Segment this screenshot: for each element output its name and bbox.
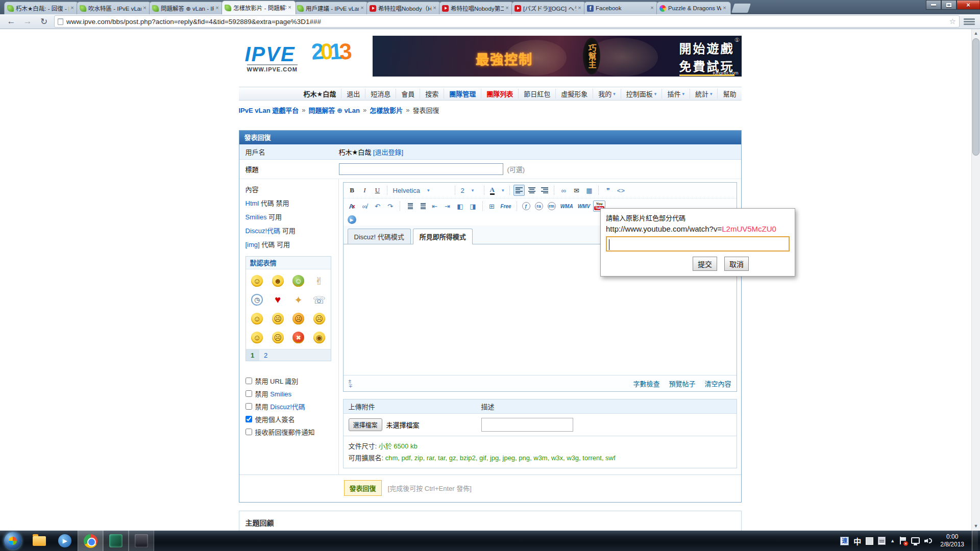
taskbar-media-player[interactable]: ▶ xyxy=(52,531,78,551)
play-icon[interactable]: ▶ xyxy=(348,215,356,224)
smiley-happy[interactable]: ☺ xyxy=(247,328,268,347)
speaker-icon[interactable] xyxy=(924,537,933,545)
smiley-clock[interactable]: ◷ xyxy=(247,290,268,309)
ordered-list-icon[interactable] xyxy=(404,201,415,212)
nav-mine[interactable]: 我的▾ xyxy=(593,89,621,98)
insert-image-icon[interactable]: ▦ xyxy=(583,185,595,196)
font-select[interactable]: Helvetica▾ xyxy=(391,187,451,194)
code-icon[interactable]: <> xyxy=(615,185,626,196)
nav-username[interactable]: 朽木★白哉 xyxy=(299,89,341,98)
image-right-icon[interactable]: ◨ xyxy=(468,201,479,212)
tab-close-icon[interactable]: × xyxy=(286,5,293,11)
tab-close-icon[interactable]: × xyxy=(431,5,438,12)
maximize-button[interactable] xyxy=(941,0,957,10)
redo-icon[interactable]: ↷ xyxy=(385,201,396,212)
reload-icon[interactable]: ↻ xyxy=(38,16,50,27)
smiley-smile[interactable]: ☺ xyxy=(247,271,268,290)
word-count-link[interactable]: 字數檢查 xyxy=(633,379,659,388)
nav-help[interactable]: 幫助 xyxy=(717,89,741,98)
nav-stats[interactable]: 統計▾ xyxy=(690,89,718,98)
align-right-button[interactable] xyxy=(539,185,550,196)
email-image-icon[interactable]: ✉ xyxy=(571,185,582,196)
smiley-handshake[interactable]: ✦ xyxy=(288,290,309,309)
address-bar[interactable]: www.ipve.com/bbs/post.php?action=reply&f… xyxy=(54,15,960,28)
smiley-kiss[interactable]: ♥ xyxy=(267,290,288,309)
tab-close-icon[interactable]: × xyxy=(69,5,76,12)
table-icon[interactable]: ⊞ xyxy=(486,201,498,212)
smilies-page-1[interactable]: 1 xyxy=(246,349,259,361)
new-tab-button[interactable] xyxy=(731,4,751,13)
scroll-up-icon[interactable]: ▲ xyxy=(972,29,980,38)
tab-close-icon[interactable]: × xyxy=(504,5,510,12)
nav-red-packet[interactable]: 節日紅包 xyxy=(518,89,555,98)
ipve-logo[interactable]: IPVE 2013 WWW.IPVE.COM xyxy=(239,36,373,77)
link-icon[interactable]: ∞ xyxy=(558,185,569,196)
nav-plugins[interactable]: 插件▾ xyxy=(662,89,690,98)
start-button[interactable] xyxy=(4,532,21,549)
tray-expand-icon[interactable]: ▲ xyxy=(890,538,895,543)
bullet-list-icon[interactable] xyxy=(416,201,428,212)
minimize-button[interactable] xyxy=(926,0,941,10)
show-desktop-button[interactable] xyxy=(972,531,978,551)
font-color-select[interactable]: A▾ xyxy=(488,186,506,195)
indent-icon[interactable]: ⇥ xyxy=(442,201,453,212)
remove-format-icon[interactable]: Ax xyxy=(347,201,358,212)
outdent-icon[interactable]: ⇤ xyxy=(429,201,440,212)
taskbar-game-2[interactable] xyxy=(129,531,154,551)
resize-handle[interactable]: ±∓ xyxy=(349,379,353,388)
taskbar-chrome[interactable] xyxy=(78,531,103,551)
taskbar-game-1[interactable] xyxy=(103,531,129,551)
smiley-shocked[interactable]: ◉ xyxy=(309,328,330,347)
smiley-despise[interactable]: ☹ xyxy=(288,309,309,328)
nav-messages[interactable]: 短消息 xyxy=(365,89,396,98)
wmv-icon[interactable]: WMV xyxy=(576,201,592,212)
free-text-icon[interactable]: Free xyxy=(499,201,513,212)
crumb-thread[interactable]: 怎樣放影片 xyxy=(370,105,403,115)
tab-youtube-3[interactable]: [パズドラ][OGC] ヘラ× xyxy=(511,2,586,14)
clear-content-link[interactable]: 清空內容 xyxy=(704,379,731,388)
undo-icon[interactable]: ↶ xyxy=(372,201,383,212)
checkbox-email-notify[interactable] xyxy=(246,429,252,435)
checkbox-disable-url[interactable] xyxy=(246,378,252,384)
ime-doc-icon[interactable] xyxy=(878,537,886,545)
crumb-forum[interactable]: 問題解答 ⊕ vLan xyxy=(308,105,359,115)
align-center-button[interactable] xyxy=(526,185,537,196)
nav-members[interactable]: 會員 xyxy=(396,89,420,98)
tab-close-icon[interactable]: × xyxy=(141,5,148,12)
subject-input[interactable] xyxy=(339,163,503,175)
close-button[interactable]: × xyxy=(957,0,980,10)
smiley-angry[interactable]: ☹ xyxy=(267,309,288,328)
vertical-scrollbar[interactable]: ▲ ▼ xyxy=(971,29,980,531)
tab-suggestions[interactable]: 用戶建議 - IPvE vLan 遊× xyxy=(294,2,369,14)
tab-reply[interactable]: 朽木★白哉: - 回復 - Pc× xyxy=(4,2,79,14)
popup-submit-button[interactable]: 提交 xyxy=(693,257,717,271)
tab-close-icon[interactable]: × xyxy=(649,5,655,12)
font-size-select[interactable]: 2▾ xyxy=(459,187,480,194)
scroll-down-icon[interactable]: ▼ xyxy=(972,522,980,531)
smiley-huffy[interactable]: ☹ xyxy=(309,309,330,328)
ime-chinese-icon[interactable]: 中 xyxy=(853,536,861,546)
wrench-menu-icon[interactable] xyxy=(964,17,975,26)
nav-search[interactable]: 搜索 xyxy=(420,89,444,98)
smilies-page-2[interactable]: 2 xyxy=(259,352,273,359)
nav-avatar[interactable]: 虛擬形象 xyxy=(555,89,593,98)
italic-button[interactable]: I xyxy=(359,185,371,196)
popup-cancel-button[interactable]: 取消 xyxy=(724,257,749,271)
tab-youtube-1[interactable]: 希特拉唱Nobody（Hi× xyxy=(366,2,441,14)
preview-post-link[interactable]: 預覽帖子 xyxy=(669,379,695,388)
tab-qa[interactable]: 問題解答 ⊕ vLan - IPvE× xyxy=(149,2,224,14)
back-icon[interactable]: ← xyxy=(5,16,17,27)
taskbar-clock[interactable]: 0:002/8/2013 xyxy=(937,533,967,548)
submit-reply-button[interactable]: 發表回復 xyxy=(344,480,382,496)
tab-close-icon[interactable]: × xyxy=(576,5,583,12)
scrollbar-thumb[interactable] xyxy=(972,38,979,156)
tab-how-to-post-video[interactable]: 怎樣放影片 - 問題解答× xyxy=(222,1,296,14)
tab-wysiwyg-mode[interactable]: 所見即所得模式 xyxy=(413,229,473,244)
forward-icon[interactable]: → xyxy=(21,16,34,27)
tab-discuz-code-mode[interactable]: Discuz! 代碼模式 xyxy=(348,229,411,244)
checkbox-disable-discuz-code[interactable] xyxy=(246,403,252,410)
action-center-flag-icon[interactable]: ✕ xyxy=(899,537,906,545)
smiley-call[interactable]: ☏ xyxy=(309,290,330,309)
tab-facebook[interactable]: fFacebook× xyxy=(584,2,658,14)
quote-icon[interactable]: ❞ xyxy=(602,185,614,196)
